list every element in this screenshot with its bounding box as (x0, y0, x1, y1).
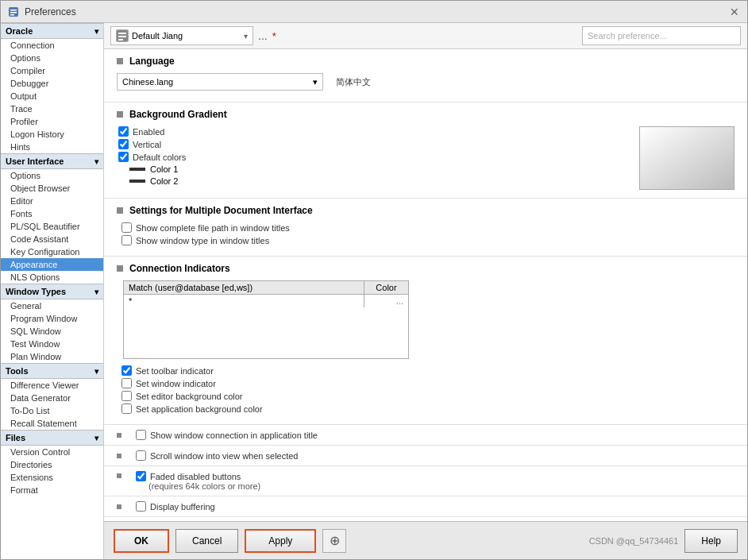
sidebar-item-difference-viewer[interactable]: Difference Viewer (1, 379, 103, 392)
set-toolbar-checkbox[interactable] (121, 365, 132, 376)
sidebar-section-files[interactable]: Files ▾ (1, 430, 103, 446)
close-button[interactable]: ✕ (728, 6, 741, 18)
sidebar-item-sql-window[interactable]: SQL Window (1, 325, 103, 338)
sidebar-item-debugger[interactable]: Debugger (1, 77, 103, 90)
sidebar-item-general[interactable]: General (1, 299, 103, 312)
sidebar-section-window-types[interactable]: Window Types ▾ (1, 284, 103, 299)
show-window-connection-row: Show window connection in application ti… (134, 430, 318, 440)
main-content: Oracle ▾ Connection Options Compiler Deb… (1, 23, 747, 559)
vertical-row: Vertical (117, 139, 620, 149)
sidebar-item-trace[interactable]: Trace (1, 102, 103, 115)
sidebar-item-version-control[interactable]: Version Control (1, 446, 103, 458)
star-match: * (124, 295, 364, 307)
sidebar-item-recall-statement[interactable]: Recall Statement (1, 417, 103, 430)
sidebar-section-oracle[interactable]: Oracle ▾ (1, 23, 103, 39)
sidebar-item-code-assistant[interactable]: Code Assistant (1, 233, 103, 245)
sidebar-item-options-ui[interactable]: Options (1, 169, 103, 182)
footer: OK Cancel Apply ⊕ CSDN @qq_54734461 Help (104, 521, 747, 559)
connection-table-header: Match (user@database [ed,ws]) Color (124, 281, 408, 295)
show-filepath-checkbox[interactable] (121, 222, 132, 233)
display-buffering-section: Display buffering (104, 496, 747, 517)
profile-dropdown[interactable]: Default Jiang ▾ (110, 26, 253, 45)
sidebar-item-output[interactable]: Output (1, 90, 103, 102)
sidebar-item-compiler[interactable]: Compiler (1, 64, 103, 77)
show-window-mini-indicator (117, 433, 121, 438)
language-dropdown[interactable]: Chinese.lang ▾ (117, 73, 323, 91)
help-button[interactable]: Help (684, 529, 738, 553)
sidebar-section-tools[interactable]: Tools ▾ (1, 363, 103, 379)
connection-table-star-row[interactable]: * ... (124, 295, 408, 307)
svg-rect-6 (118, 36, 126, 37)
search-box[interactable]: Search preference... (582, 26, 741, 45)
scroll-window-mini-indicator (117, 454, 121, 458)
default-colors-checkbox[interactable] (118, 152, 129, 162)
footer-right: CSDN @qq_54734461 Help (589, 529, 738, 553)
footer-brand: CSDN @qq_54734461 (589, 536, 679, 546)
sidebar-item-key-configuration[interactable]: Key Configuration (1, 245, 103, 258)
sidebar-item-todo-list[interactable]: To-Do List (1, 404, 103, 417)
window-types-arrow-icon: ▾ (94, 288, 98, 296)
show-windowtype-label: Show window type in window titles (136, 236, 269, 245)
enabled-row: Enabled (117, 126, 620, 137)
sidebar-item-directories[interactable]: Directories (1, 458, 103, 471)
sidebar-section-user-interface[interactable]: User Interface ▾ (1, 153, 103, 169)
sidebar-item-plan-window[interactable]: Plan Window (1, 350, 103, 363)
set-toolbar-row: Set toolbar indicator (120, 365, 735, 376)
sidebar-item-extensions[interactable]: Extensions (1, 471, 103, 484)
sidebar-item-logon-history[interactable]: Logon History (1, 128, 103, 141)
display-buffering-checkbox[interactable] (136, 501, 146, 512)
scroll-window-row: Scroll window into view when selected (134, 450, 298, 461)
sidebar-item-editor[interactable]: Editor (1, 195, 103, 207)
sidebar-item-profiler[interactable]: Profiler (1, 115, 103, 128)
faded-buttons-group: Faded disabled buttons (requires 64k col… (134, 471, 260, 491)
mdi-title: Settings for Multiple Document Interface (129, 205, 313, 216)
vertical-label: Vertical (133, 140, 161, 149)
sidebar-item-options-oracle[interactable]: Options (1, 52, 103, 64)
vertical-checkbox[interactable] (118, 139, 129, 149)
help-icon-button[interactable]: ⊕ (322, 529, 346, 553)
ok-button[interactable]: OK (114, 529, 169, 553)
tools-arrow-icon: ▾ (94, 367, 98, 376)
svg-rect-2 (10, 12, 17, 14)
language-indicator (117, 58, 123, 64)
faded-buttons-label: Faded disabled buttons (150, 472, 241, 481)
lang-dropdown-arrow-icon: ▾ (313, 77, 318, 87)
dropdown-arrow-icon: ▾ (244, 32, 248, 41)
mdi-section: Settings for Multiple Document Interface… (104, 199, 747, 257)
sidebar-item-format[interactable]: Format (1, 484, 103, 496)
apply-button[interactable]: Apply (245, 529, 316, 553)
col-color-header: Color (364, 281, 408, 294)
show-windowtype-checkbox[interactable] (121, 235, 132, 245)
faded-buttons-checkbox[interactable] (136, 471, 146, 481)
set-app-bg-checkbox[interactable] (121, 404, 132, 414)
color1-row: Color 1 (129, 164, 620, 174)
connection-table: Match (user@database [ed,ws]) Color * ..… (123, 280, 409, 359)
sidebar-item-plsql-beautifier[interactable]: PL/SQL Beautifier (1, 220, 103, 233)
right-panel: Default Jiang ▾ ... * Search preference.… (104, 23, 747, 559)
scroll-window-label: Scroll window into view when selected (150, 451, 298, 461)
content-area: Language Chinese.lang ▾ 简体中文 Backgrou (104, 49, 747, 521)
sidebar-item-object-browser[interactable]: Object Browser (1, 182, 103, 195)
sidebar-item-nls-options[interactable]: NLS Options (1, 271, 103, 284)
sidebar-item-connection[interactable]: Connection (1, 39, 103, 52)
sidebar-item-test-window[interactable]: Test Window (1, 338, 103, 350)
sidebar-item-appearance[interactable]: Appearance (1, 258, 103, 271)
set-editor-bg-checkbox[interactable] (121, 391, 132, 401)
gradient-preview (639, 126, 735, 190)
set-app-bg-label: Set application background color (136, 404, 263, 414)
enabled-checkbox[interactable] (118, 126, 129, 137)
set-window-checkbox[interactable] (121, 378, 132, 388)
bg-gradient-body: Enabled Vertical Default colors (117, 126, 735, 190)
toolbar-dots-button[interactable]: ... (258, 29, 268, 42)
sidebar-item-fonts[interactable]: Fonts (1, 207, 103, 220)
scroll-window-checkbox[interactable] (136, 450, 146, 461)
cancel-button[interactable]: Cancel (175, 529, 238, 553)
background-gradient-section: Background Gradient Enabled Vertical (104, 102, 747, 199)
show-windowtype-row: Show window type in window titles (120, 235, 735, 245)
show-window-connection-checkbox[interactable] (136, 430, 146, 440)
sidebar-item-data-generator[interactable]: Data Generator (1, 392, 103, 404)
svg-rect-3 (10, 14, 14, 16)
sidebar-item-program-window[interactable]: Program Window (1, 312, 103, 325)
bg-gradient-title: Background Gradient (129, 109, 227, 120)
sidebar-item-hints[interactable]: Hints (1, 141, 103, 153)
